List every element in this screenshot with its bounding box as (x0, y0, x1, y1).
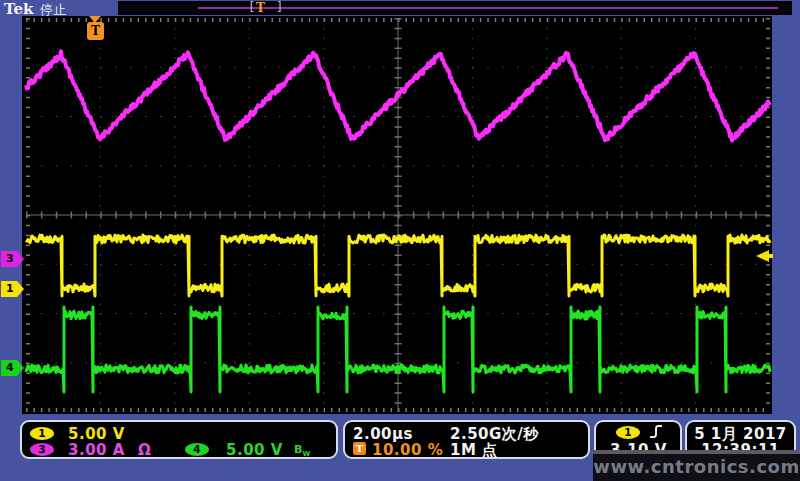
channel-readout-box[interactable]: 1 5.00 V 3 3.00 A Ω 4 5.00 V BW (20, 420, 338, 459)
crt-display (22, 16, 772, 414)
trigger-t-icon: T (353, 442, 366, 455)
ch4-badge[interactable]: 4 (185, 443, 209, 456)
ch3-scale: 3.00 A (68, 441, 125, 459)
window-bracket-right-icon: ] (276, 0, 283, 14)
oscilloscope-screen: Tek 停止 [ ] T 3 1 4 T 1 5.00 V 3 3.00 A Ω… (0, 0, 800, 481)
trigger-position-marker[interactable]: T (87, 22, 104, 40)
horizontal-position-value: 10.00 % (372, 441, 443, 459)
window-bracket-left-icon: [ (248, 0, 255, 14)
record-view-strip[interactable]: [ ] T (118, 1, 792, 15)
top-bar: Tek 停止 [ ] T (0, 0, 800, 16)
record-length-value: 1M 点 (450, 441, 498, 460)
ch1-badge[interactable]: 1 (30, 427, 54, 440)
trigger-level-arrow-icon[interactable] (756, 250, 769, 262)
ch3-badge[interactable]: 3 (30, 443, 54, 456)
acquisition-status: 停止 (40, 1, 66, 19)
watermark-panel: www.cntronics.com (593, 450, 800, 481)
horizontal-readout-box[interactable]: 2.00µs 2.50G次/秒 T 10.00 % 1M 点 (343, 420, 590, 459)
ch1-reference-marker[interactable]: 1 (1, 281, 24, 297)
watermark-text: www.cntronics.com (593, 456, 799, 477)
record-trigger-icon: T (256, 1, 265, 15)
tek-logo: Tek (4, 0, 33, 18)
ch3-coupling-ohm: Ω (138, 441, 151, 459)
trigger-source-badge: 1 (616, 426, 640, 439)
ch4-scale: 5.00 V (226, 441, 283, 459)
record-waveform-line (198, 7, 778, 9)
ch4-reference-marker[interactable]: 4 (1, 360, 24, 376)
bandwidth-limit-icon: BW (294, 443, 310, 458)
trigger-level-arrow-tail (769, 254, 773, 258)
rising-edge-icon (648, 424, 664, 440)
ch3-reference-marker[interactable]: 3 (1, 251, 24, 267)
